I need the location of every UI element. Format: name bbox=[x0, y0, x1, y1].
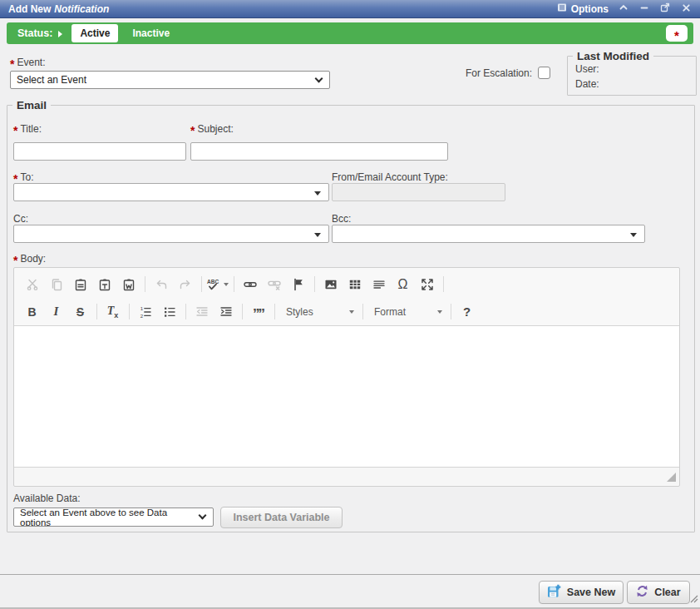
bulleted-list-button[interactable] bbox=[159, 301, 180, 322]
close-button[interactable] bbox=[680, 3, 692, 15]
anchor-icon bbox=[292, 278, 305, 291]
toolbar-separator bbox=[129, 304, 130, 319]
paste-button[interactable] bbox=[70, 274, 91, 295]
required-legend-button[interactable]: * bbox=[666, 25, 688, 42]
maximize-button[interactable] bbox=[417, 274, 437, 295]
toolbar-separator bbox=[145, 276, 145, 292]
required-asterisk-icon: * bbox=[190, 126, 195, 135]
cc-combobox[interactable] bbox=[13, 225, 329, 243]
options-button[interactable]: Options bbox=[557, 2, 609, 15]
outdent-icon bbox=[195, 305, 209, 319]
spellcheck-icon: ABC bbox=[206, 278, 219, 291]
toolbar-separator bbox=[242, 304, 243, 319]
toolbar-separator bbox=[201, 276, 202, 292]
redo-button[interactable] bbox=[175, 274, 195, 295]
minimize-button[interactable] bbox=[638, 3, 650, 15]
italic-icon: I bbox=[54, 305, 59, 318]
undo-button[interactable] bbox=[150, 274, 171, 295]
save-new-button[interactable]: Save New bbox=[539, 581, 624, 604]
chevron-down-icon bbox=[315, 75, 323, 83]
body-label: * Body: bbox=[13, 253, 46, 265]
styles-combo-label: Styles bbox=[286, 306, 313, 318]
last-modified-fieldset: Last Modified User: Date: bbox=[567, 50, 697, 96]
title-input[interactable] bbox=[13, 142, 186, 161]
paste-text-button[interactable] bbox=[94, 274, 115, 295]
editor-content-area[interactable] bbox=[14, 325, 679, 467]
numbered-list-button[interactable]: 12 bbox=[135, 301, 155, 322]
arrow-right-icon bbox=[58, 31, 62, 37]
event-select[interactable]: Select an Event bbox=[10, 71, 330, 89]
status-inactive-toggle[interactable]: Inactive bbox=[132, 27, 170, 39]
format-combo[interactable]: Format bbox=[370, 301, 446, 322]
paste-word-button[interactable] bbox=[118, 274, 139, 295]
insert-data-variable-button[interactable]: Insert Data Variable bbox=[220, 507, 343, 528]
remove-format-button[interactable]: Tx bbox=[102, 301, 123, 322]
escalation-checkbox[interactable] bbox=[538, 67, 550, 79]
spellcheck-button[interactable]: ABC bbox=[207, 274, 228, 295]
subject-input[interactable] bbox=[190, 142, 448, 161]
to-combobox[interactable] bbox=[13, 183, 329, 201]
available-data-select-value: Select an Event above to see Data option… bbox=[20, 508, 193, 527]
cut-icon bbox=[26, 278, 39, 291]
anchor-button[interactable] bbox=[288, 274, 308, 295]
chevron-up-icon bbox=[619, 2, 629, 15]
available-data-label-text: Available Data: bbox=[13, 493, 81, 504]
popout-icon bbox=[660, 2, 670, 15]
to-label: * To: bbox=[13, 171, 33, 183]
popout-button[interactable] bbox=[659, 3, 671, 15]
subject-label: * Subject: bbox=[190, 123, 234, 135]
window-resize-handle[interactable] bbox=[688, 592, 698, 607]
list-icon bbox=[557, 2, 567, 15]
status-active-toggle[interactable]: Active bbox=[71, 24, 118, 42]
image-button[interactable] bbox=[320, 274, 341, 295]
editor-status-bar bbox=[14, 467, 679, 485]
cut-button[interactable] bbox=[22, 274, 42, 295]
copy-button[interactable] bbox=[46, 274, 67, 295]
special-char-button[interactable]: Ω bbox=[392, 274, 413, 295]
caret-down-icon bbox=[349, 310, 354, 314]
status-bar: Status: Active Inactive * bbox=[7, 22, 693, 44]
about-button[interactable]: ? bbox=[456, 301, 477, 322]
from-label: From/Email Account Type: bbox=[332, 171, 448, 183]
available-data-select[interactable]: Select an Event above to see Data option… bbox=[13, 508, 214, 527]
svg-text:1: 1 bbox=[140, 305, 143, 310]
editor-resize-handle[interactable] bbox=[667, 473, 676, 482]
toolbar-separator bbox=[185, 304, 186, 319]
horizontal-rule-button[interactable] bbox=[368, 274, 389, 295]
body-richtext-editor: ABCΩ BISTx12””StylesFormat? bbox=[13, 267, 680, 487]
collapse-button[interactable] bbox=[618, 3, 629, 15]
bold-button[interactable]: B bbox=[22, 301, 42, 322]
email-legend: Email bbox=[12, 99, 51, 111]
asterisk-icon: * bbox=[674, 29, 679, 42]
from-account-type-input bbox=[332, 183, 505, 201]
toolbar-separator bbox=[274, 304, 275, 319]
toolbar-separator bbox=[234, 276, 234, 292]
clear-button[interactable]: Clear bbox=[627, 581, 690, 604]
editor-toolbar-row1: ABCΩ bbox=[14, 270, 679, 298]
strikethrough-button[interactable]: S bbox=[70, 301, 91, 322]
toolbar-separator bbox=[443, 276, 444, 292]
link-button[interactable] bbox=[239, 274, 260, 295]
horizontal-rule-icon bbox=[372, 278, 386, 291]
from-label-text: From/Email Account Type: bbox=[332, 171, 448, 183]
italic-button[interactable]: I bbox=[46, 301, 67, 322]
save-icon bbox=[547, 584, 561, 601]
unlink-button[interactable] bbox=[264, 274, 284, 295]
footer-divider bbox=[0, 574, 700, 575]
caret-down-icon bbox=[224, 283, 229, 286]
remove-format-icon: Tx bbox=[107, 304, 119, 319]
indent-button[interactable] bbox=[215, 301, 236, 322]
bcc-combobox[interactable] bbox=[332, 225, 645, 243]
styles-combo[interactable]: Styles bbox=[282, 301, 358, 322]
title-prefix: Add New bbox=[8, 3, 51, 15]
table-button[interactable] bbox=[344, 274, 365, 295]
outdent-button[interactable] bbox=[191, 301, 212, 322]
strikethrough-icon: S bbox=[76, 306, 84, 318]
insert-data-variable-label: Insert Data Variable bbox=[233, 512, 329, 523]
paste-icon bbox=[74, 278, 87, 291]
special-char-icon: Ω bbox=[398, 278, 408, 291]
blockquote-button[interactable]: ”” bbox=[248, 301, 269, 322]
bold-icon: B bbox=[27, 306, 36, 318]
redo-icon bbox=[179, 278, 192, 291]
toolbar-separator bbox=[96, 304, 97, 319]
